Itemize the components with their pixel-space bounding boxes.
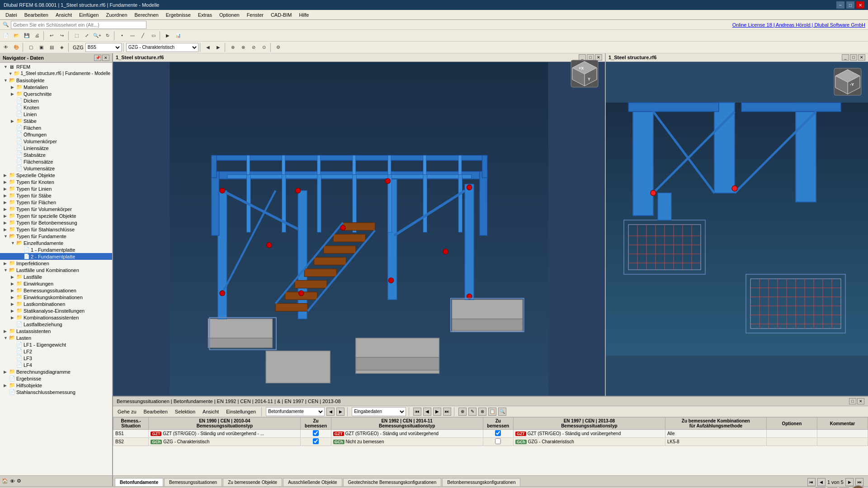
bottom-tool1[interactable]: ⊕ <box>458 408 467 416</box>
new-button[interactable]: 📄 <box>1 31 11 41</box>
tree-item[interactable]: 📄Dicken <box>0 97 112 104</box>
bottom-combo1-prev[interactable]: ◀ <box>326 408 335 416</box>
tab-geotechnische[interactable]: Geotechnische Bemessungskonfigurationen <box>343 478 442 486</box>
bottom-tool3[interactable]: ⊗ <box>478 408 486 416</box>
bar-button[interactable]: ╱ <box>138 31 148 41</box>
view-btn[interactable]: Ansicht <box>200 408 222 415</box>
vp-right-close[interactable]: ✕ <box>858 54 865 61</box>
minimize-button[interactable]: − <box>836 1 844 9</box>
print-button[interactable]: 🖨 <box>32 31 42 41</box>
tree-item[interactable]: 📄Flächensätze <box>0 158 112 165</box>
save-button[interactable]: 💾 <box>22 31 32 41</box>
bottom-tool2[interactable]: ✎ <box>468 408 476 416</box>
redo-button[interactable]: ↪ <box>57 31 67 41</box>
cell-zu2-2[interactable] <box>483 438 513 446</box>
vp-right-minimize[interactable]: _ <box>842 54 849 61</box>
select-button[interactable]: ⬚ <box>71 31 81 41</box>
tree-item[interactable]: ▶📁Berechnungsdiagramme <box>0 368 112 375</box>
menu-item-ansicht[interactable]: Ansicht <box>52 11 75 19</box>
tree-item[interactable]: ▶📁Stäbe <box>0 117 112 124</box>
gzg-combo[interactable]: GZG - Charakteristisch <box>126 43 198 52</box>
bottom-nav-next[interactable]: ▶ <box>433 408 441 416</box>
results-button[interactable]: 📊 <box>173 31 183 41</box>
orientation-cube-left[interactable]: +X Y <box>569 58 600 89</box>
zoom-all-button[interactable]: ⤢ <box>82 31 92 41</box>
page-start[interactable]: ⏮ <box>807 478 816 486</box>
tree-item[interactable]: ▼📂Basisobjekte <box>0 77 112 84</box>
tree-item[interactable]: ▼📂Lasten <box>0 334 112 341</box>
line-button[interactable]: — <box>127 31 137 41</box>
tree-file[interactable]: ▼ 📁 1_Steel structure.rf6 | Fundamente -… <box>0 70 112 77</box>
tree-item[interactable]: 📄Lastfallbeziehung <box>0 321 112 328</box>
calc-button[interactable]: ▶ <box>163 31 173 41</box>
more-btn4[interactable]: ⊙ <box>259 42 269 52</box>
checkbox-zu2-2[interactable] <box>495 438 501 444</box>
more-btn2[interactable]: ⊗ <box>238 42 248 52</box>
viewport-right[interactable]: 1_Steel structure.rf6 _ □ ✕ <box>606 53 868 396</box>
tree-item[interactable]: ▶📁Einwirkungen <box>0 280 112 287</box>
menu-item-bearbeiten[interactable]: Bearbeiten <box>21 11 52 19</box>
tree-item[interactable]: 📄Stabsätze <box>0 151 112 158</box>
menu-item-hilfe[interactable]: Hilfe <box>295 11 312 19</box>
menu-item-cad-bim[interactable]: CAD-BIM <box>267 11 295 19</box>
edit-btn[interactable]: Bearbeiten <box>141 408 170 415</box>
tree-item[interactable]: ▶📁Lastkombinationen <box>0 300 112 307</box>
close-button[interactable]: ✕ <box>856 1 864 9</box>
display-button[interactable]: 👁 <box>1 42 11 52</box>
tab-betonbemessung[interactable]: Betonbemessungskonfigurationen <box>442 478 520 486</box>
nav-bottom-btn3[interactable]: ⚙ <box>17 478 21 484</box>
vp-right-maximize[interactable]: □ <box>850 54 857 61</box>
view-side[interactable]: ▣ <box>36 42 46 52</box>
tree-item[interactable]: ▼📂Lastfälle und Kombinationen <box>0 267 112 273</box>
tree-item[interactable]: 📄1 - Fundamentplatte <box>0 246 112 253</box>
bottom-combo1[interactable]: Betonfundamente <box>266 407 325 416</box>
tree-item[interactable]: 📄LF3 <box>0 355 112 361</box>
selection-btn[interactable]: Selektion <box>172 408 198 415</box>
maximize-button[interactable]: □ <box>846 1 854 9</box>
nav-close-button[interactable]: ✕ <box>102 55 109 61</box>
tree-item[interactable]: 📄Ergebnisse <box>0 375 112 382</box>
tree-item[interactable]: 📄Öffnungen <box>0 131 112 138</box>
view-front[interactable]: ▢ <box>26 42 36 52</box>
rotate-button[interactable]: ↻ <box>103 31 113 41</box>
undo-button[interactable]: ↩ <box>47 31 57 41</box>
open-button[interactable]: 📂 <box>11 31 21 41</box>
cell-zu2[interactable] <box>483 430 513 438</box>
checkbox-zu2-1[interactable] <box>495 430 501 436</box>
view-top[interactable]: ▤ <box>47 42 57 52</box>
tree-item[interactable]: ▶📁Typen für Knoten <box>0 178 112 185</box>
tree-item[interactable]: ▶📁Typen für Linien <box>0 185 112 192</box>
tree-item[interactable]: 📄Volumenkörper <box>0 138 112 145</box>
more-btn3[interactable]: ⊘ <box>249 42 259 52</box>
orientation-cube-right[interactable]: -Y <box>832 66 863 98</box>
settings-menu-btn[interactable]: Einstellungen <box>223 408 259 415</box>
bottom-tool4[interactable]: 📋 <box>488 408 496 416</box>
render-button[interactable]: 🎨 <box>11 42 21 52</box>
search-input[interactable] <box>11 21 146 29</box>
more-btn1[interactable]: ⊕ <box>228 42 238 52</box>
menu-item-zuordnen[interactable]: Zuordnen <box>102 11 131 19</box>
tree-item[interactable]: ▶📁Hilfsobjekte <box>0 382 112 389</box>
tree-item[interactable]: ▶📁Statikanalyse-Einstellungen <box>0 307 112 314</box>
menu-item-fenster[interactable]: Fenster <box>243 11 267 19</box>
bottom-nav-prev[interactable]: ◀ <box>423 408 431 416</box>
bottom-nav-end[interactable]: ⏭ <box>443 408 451 416</box>
menu-item-einfügen[interactable]: Einfügen <box>75 11 102 19</box>
tree-item[interactable]: ▶📁Bemessungssituationen <box>0 287 112 294</box>
tree-item[interactable]: 📄2 - Fundamentplatte <box>0 253 112 260</box>
tree-item[interactable]: 📄Linien <box>0 111 112 117</box>
tree-item[interactable]: ▼📂Typen für Fundamente <box>0 233 112 239</box>
menu-item-berechnen[interactable]: Berechnen <box>131 11 162 19</box>
tree-item[interactable]: ▶📁Einwirkungskombinationen <box>0 294 112 300</box>
cell-zu1[interactable] <box>301 430 331 438</box>
nav-bottom-btn1[interactable]: 🏠 <box>2 478 8 484</box>
tab-zu-bemessende[interactable]: Zu bemessende Objekte <box>223 478 282 486</box>
cell-zu1-2[interactable] <box>301 438 331 446</box>
user-avatar[interactable]: 👤 <box>851 485 865 488</box>
zoom-in-button[interactable]: 🔍+ <box>92 31 102 41</box>
tree-item[interactable]: 📄Knoten <box>0 104 112 111</box>
tree-item[interactable]: ▼📂Einzelfundamente <box>0 239 112 246</box>
node-button[interactable]: • <box>117 31 127 41</box>
bs-combo[interactable]: BS5 <box>85 43 122 52</box>
nav-bottom-btn2[interactable]: 👁 <box>10 479 15 484</box>
